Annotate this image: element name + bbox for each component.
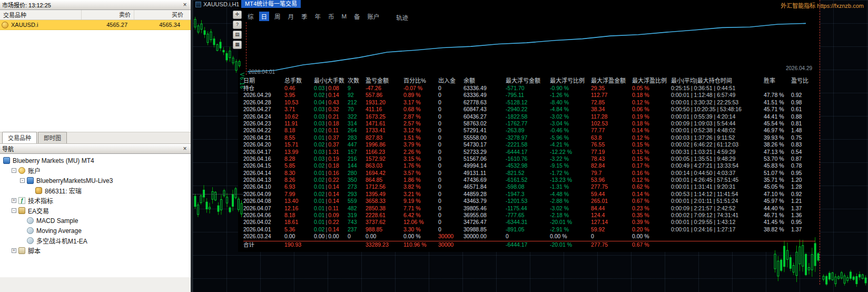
stats-cell-times: 0:00:50 | 10:20:35 | 53:48:16: [671, 106, 764, 113]
price-level-line: [193, 194, 243, 194]
nav-item-6[interactable]: MACD Sample: [0, 216, 191, 226]
watermark-text: 外汇智能指标 https://fxznzb.com: [781, 1, 864, 9]
stats-cell-fppct: 0.19 %: [632, 113, 671, 120]
drag-handle-icon[interactable]: ✛: [233, 11, 242, 19]
stats-cell-lotmm: 0.03|0.19: [314, 155, 348, 162]
stats-cell-count: 0: [348, 233, 366, 240]
nav-item-9[interactable]: +脚本: [0, 246, 191, 256]
stats-cell-floss: -6344.31: [506, 219, 550, 226]
panel-icon[interactable]: ▤: [233, 31, 242, 39]
indicator-icon: [18, 197, 25, 204]
stats-cell-balance: [463, 241, 506, 248]
stats-cell-lots: 6.93: [284, 183, 314, 190]
stats-cell-winrate: 45.97 %: [764, 198, 791, 205]
stats-cell-pnl: 1694.42: [366, 170, 403, 177]
stats-cell-lots: 8.26: [284, 177, 314, 183]
stats-cell-flpct: -8.40 %: [550, 99, 591, 106]
stats-toolbar-button-综[interactable]: 综: [245, 12, 256, 21]
stats-cell-times: 0:00:09 | 1:09:03 | 5:54:44: [671, 120, 764, 127]
nav-item-label: 866311: 宏瑞: [45, 186, 82, 195]
stats-cell-count: 216: [348, 155, 366, 162]
stats-toolbar-button-币[interactable]: 币: [326, 12, 337, 21]
stats-cell-lotmm: 0.03|0.32: [314, 106, 348, 113]
stats-cell-flpct: -1.26 %: [550, 92, 591, 99]
indicator-side-buttons: ✛?▤▦: [233, 11, 242, 49]
track-label[interactable]: 轨迹: [396, 13, 408, 22]
stats-toolbar-button-账户[interactable]: 账户: [366, 12, 382, 21]
market-watch-tab-1[interactable]: 即时图: [38, 132, 67, 143]
stats-cell-flpct: -2.18 %: [550, 212, 591, 219]
ask-cell: 4565.34: [131, 22, 183, 28]
stats-cell-balance: 54730.17: [463, 141, 506, 148]
stats-cell-winrate: 38.26 %: [764, 141, 791, 148]
chart-tab[interactable]: XAUUSD.i,H1: [195, 1, 239, 7]
stats-row: 2026.04.0712.160.01|0.114822850.387.71 %…: [243, 205, 815, 212]
nav-item-5[interactable]: -EA交易: [0, 206, 191, 216]
stats-cell-ratio: 0.78: [791, 162, 814, 169]
stats-toolbar-button-日[interactable]: 日: [259, 12, 270, 21]
stats-cell-lots: 13.40: [284, 198, 314, 205]
stats-cell-flpct: -4.84 %: [550, 106, 591, 113]
stats-cell-winrate: 35.71 %: [764, 177, 791, 183]
stats-row: 2026.04.106.930.01|0.142731712.563.82 %0…: [243, 183, 815, 190]
nav-item-2[interactable]: -BlueberryMarketsMU-Live3: [0, 176, 191, 186]
stats-cell-lotmm: 0.01|0.22: [314, 219, 348, 226]
stats-row: 2026.04.2810.530.04|0.432121931.203.17 %…: [243, 99, 815, 106]
navigator-close-button[interactable]: ×: [181, 145, 189, 152]
stats-cell-lotmm: 0.01|0.14: [314, 183, 348, 190]
collapse-icon[interactable]: -: [12, 168, 16, 173]
stats-cell-fprofit: 265.01: [591, 198, 632, 205]
stats-cell-flpct: -4.48 %: [550, 191, 591, 198]
stats-cell-balance: 49131.11: [463, 170, 506, 177]
stats-cell-lots: 8.30: [284, 170, 314, 177]
nav-item-8[interactable]: 多空战斗机M1-EA: [0, 236, 191, 246]
market-watch-close-button[interactable]: ×: [181, 1, 189, 8]
stats-cell-ratio: 1.37: [791, 205, 814, 212]
stats-cell-pnl: 557.86: [366, 92, 403, 99]
expand-icon[interactable]: +: [12, 248, 16, 253]
expand-icon[interactable]: +: [12, 198, 16, 203]
nav-item-label: 脚本: [28, 246, 41, 255]
nav-item-4[interactable]: +技术指标: [0, 196, 191, 206]
stats-cell-winrate: 47.10 %: [764, 191, 791, 198]
stats-toolbar-button-季[interactable]: 季: [299, 12, 310, 21]
stats-col-2: 最小|大手数: [314, 77, 348, 85]
grid-icon[interactable]: ▦: [233, 41, 242, 49]
nav-item-3[interactable]: 866311: 宏瑞: [0, 186, 191, 196]
stats-cell-lots: 8.18: [284, 127, 314, 134]
stats-cell-inout: 0: [438, 212, 463, 219]
stats-cell-lotmm: 0.01|0.16: [314, 170, 348, 177]
stats-cell-times: 0:00:05 | 1:35:51 | 9:48:29: [671, 155, 764, 162]
nav-item-7[interactable]: Moving Average: [0, 226, 191, 236]
stats-cell-lots: 15.71: [284, 141, 314, 148]
stats-toolbar-button-备[interactable]: 备: [352, 12, 362, 21]
range-start-line: [246, 22, 246, 75]
collapse-icon[interactable]: -: [20, 178, 25, 183]
stats-cell-fppct: 0.67 %: [632, 198, 671, 205]
market-watch-row[interactable]: XAUUSD.i 4565.27 4565.34: [0, 20, 191, 30]
stats-toolbar-button-周[interactable]: 周: [272, 12, 283, 21]
stats-cell-balance: 34726.47: [463, 219, 506, 226]
stats-cell-lotmm: 0.02|0.14: [314, 92, 348, 99]
stats-cell-fppct: 0.14 %: [632, 191, 671, 198]
stats-cell-lots: 5.36: [284, 226, 314, 233]
stats-cell-times: 0:00:02 | 7:09:12 | 74:31:41: [671, 212, 764, 219]
stats-toolbar-button-M[interactable]: M: [340, 13, 349, 20]
stats-cell-floss: -1610.76: [506, 155, 550, 162]
stats-cell-date: 2026.04.22: [243, 127, 284, 134]
stats-toolbar-button-年[interactable]: 年: [313, 12, 323, 21]
nav-item-1[interactable]: -账户: [0, 166, 191, 176]
stats-cell-flpct: -13.23 %: [550, 177, 591, 183]
stats-cell-floss: -795.11: [506, 92, 550, 99]
nav-item-0[interactable]: Blueberry Markets (MU) MT4: [0, 155, 191, 166]
stats-cell-fprofit: 53.96: [591, 177, 632, 183]
stats-cell-lotmm: 0.01|0.14: [314, 198, 348, 205]
stats-toolbar-button-月[interactable]: 月: [286, 12, 297, 21]
help-icon[interactable]: ?: [233, 21, 242, 29]
stats-cell-fprofit: 72.85: [591, 99, 632, 106]
stats-cell-ratio: 1.28: [791, 183, 814, 190]
collapse-icon[interactable]: -: [12, 208, 16, 213]
stats-cell-pnl: 3737.62: [366, 219, 403, 226]
stats-cell-date: 2026.04.29: [243, 92, 284, 99]
market-watch-tab-0[interactable]: 交易品种: [2, 132, 37, 143]
